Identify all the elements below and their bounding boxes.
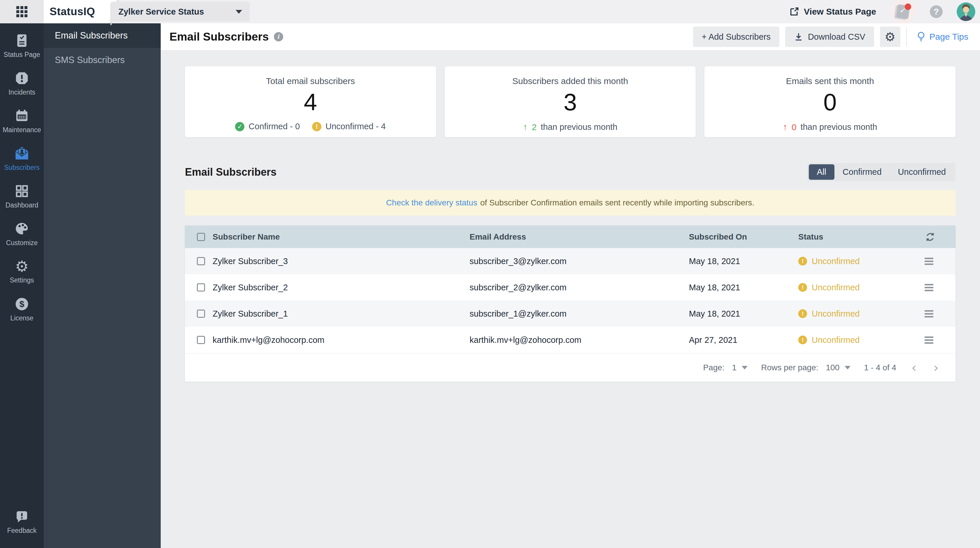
sidebar-item-label: Incidents bbox=[8, 88, 35, 96]
view-status-page-link[interactable]: View Status Page bbox=[789, 7, 876, 17]
delta-indicator: ↑ 0 than previous month bbox=[783, 122, 877, 132]
add-subscribers-button[interactable]: + Add Subscribers bbox=[693, 27, 780, 47]
avatar-illustration bbox=[957, 2, 975, 21]
filter-all[interactable]: All bbox=[809, 164, 834, 180]
sidebar-item-label: Dashboard bbox=[6, 201, 38, 209]
card-total-subscribers: Total email subscribers 4 ✓ Confirmed - … bbox=[185, 66, 436, 137]
sidebar-item-settings[interactable]: ⚙ Settings bbox=[0, 253, 44, 290]
page-tips-button[interactable]: Page Tips bbox=[913, 32, 972, 42]
sidebar-item-label: Feedback bbox=[7, 527, 37, 535]
section-title: Email Subscribers bbox=[185, 166, 277, 178]
rows-per-page-group: Rows per page: 100 bbox=[761, 363, 851, 372]
sidebar-item-subscribers[interactable]: Subscribers bbox=[0, 140, 44, 177]
card-value: 4 bbox=[185, 90, 436, 114]
settings-button[interactable]: ⚙ bbox=[880, 27, 900, 47]
rows-per-page-select[interactable]: 100 bbox=[826, 363, 851, 372]
subscriber-name: Zylker Subscriber_3 bbox=[213, 256, 288, 266]
row-menu-button[interactable] bbox=[924, 310, 933, 317]
subnav-item-email-subscribers[interactable]: Email Subscribers bbox=[44, 23, 161, 48]
previous-page-button[interactable]: ‹ bbox=[910, 361, 918, 374]
sidebar-item-maintenance[interactable]: Maintenance bbox=[0, 102, 44, 140]
sidebar-item-status-page[interactable]: Status Page bbox=[0, 27, 44, 64]
arrow-up-icon: ↑ bbox=[783, 122, 788, 132]
status-filter: All Confirmed Unconfirmed bbox=[807, 163, 956, 181]
filter-confirmed[interactable]: Confirmed bbox=[834, 164, 890, 180]
filter-unconfirmed[interactable]: Unconfirmed bbox=[890, 164, 954, 180]
warning-circle-icon: ! bbox=[798, 309, 807, 318]
rows-per-page-value: 100 bbox=[826, 363, 840, 372]
sidebar-item-customize[interactable]: Customize bbox=[0, 215, 44, 253]
card-subscribers-added: Subscribers added this month 3 ↑ 2 than … bbox=[445, 66, 696, 137]
delta-suffix: than previous month bbox=[541, 122, 617, 132]
settings-icon: ⚙ bbox=[15, 259, 29, 274]
card-footer: ✓ Confirmed - 0 ! Unconfirmed - 4 bbox=[185, 122, 436, 131]
banner-text: of Subscriber Confirmation emails sent r… bbox=[480, 198, 754, 207]
page-title: Email Subscribers bbox=[169, 30, 269, 43]
brand-segment: StatusIQ bbox=[44, 0, 116, 23]
delta-indicator: ↑ 2 than previous month bbox=[523, 122, 617, 132]
download-icon bbox=[794, 32, 803, 41]
card-title: Subscribers added this month bbox=[445, 76, 696, 86]
refresh-icon bbox=[924, 231, 935, 242]
subscribed-on: Apr 27, 2021 bbox=[689, 335, 737, 345]
sidebar-item-label: Customize bbox=[6, 239, 38, 247]
row-checkbox[interactable] bbox=[197, 284, 205, 292]
unconfirmed-label: Unconfirmed - 4 bbox=[326, 122, 386, 131]
check-delivery-status-link[interactable]: Check the delivery status bbox=[386, 198, 477, 207]
subscriber-email: subscriber_3@zylker.com bbox=[469, 256, 566, 266]
row-checkbox[interactable] bbox=[197, 257, 205, 265]
table-header-row: Subscriber Name Email Address Subscribed… bbox=[185, 226, 956, 248]
license-icon: $ bbox=[14, 296, 30, 312]
page-tips-label: Page Tips bbox=[929, 32, 968, 42]
svg-text:$: $ bbox=[19, 299, 24, 309]
header-divider bbox=[906, 27, 907, 46]
card-footer: ↑ 2 than previous month bbox=[445, 122, 696, 132]
sidebar-item-dashboard[interactable]: Dashboard bbox=[0, 177, 44, 215]
stat-cards: Total email subscribers 4 ✓ Confirmed - … bbox=[185, 66, 956, 137]
subscribers-icon bbox=[13, 146, 30, 161]
status-page-icon bbox=[14, 33, 30, 48]
apps-menu-button[interactable] bbox=[0, 0, 44, 23]
delta-value: 2 bbox=[532, 122, 537, 132]
bulb-icon bbox=[917, 32, 926, 42]
unconfirmed-count: ! Unconfirmed - 4 bbox=[312, 122, 386, 131]
row-checkbox[interactable] bbox=[197, 336, 205, 344]
dashboard-icon bbox=[14, 183, 30, 199]
chevron-down-icon bbox=[845, 366, 851, 370]
notifications-button[interactable] bbox=[890, 0, 916, 23]
row-menu-button[interactable] bbox=[924, 284, 933, 291]
sidebar-item-incidents[interactable]: Incidents bbox=[0, 64, 44, 102]
sidebar-item-feedback[interactable]: Feedback bbox=[0, 503, 44, 540]
gear-icon: ⚙ bbox=[885, 30, 896, 44]
status-badge: ! Unconfirmed bbox=[798, 283, 859, 292]
sidebar-item-license[interactable]: $ License bbox=[0, 290, 44, 328]
info-icon[interactable]: i bbox=[274, 32, 283, 41]
subscriber-email: karthik.mv+lg@zohocorp.com bbox=[469, 335, 581, 345]
refresh-button[interactable] bbox=[924, 231, 935, 242]
sidebar-item-label: Status Page bbox=[3, 51, 40, 59]
main-area: Email Subscribers i + Add Subscribers Do… bbox=[161, 23, 980, 548]
download-csv-label: Download CSV bbox=[808, 32, 865, 42]
help-button[interactable]: ? bbox=[930, 5, 943, 18]
arrow-up-icon: ↑ bbox=[523, 122, 528, 132]
row-checkbox[interactable] bbox=[197, 310, 205, 318]
card-emails-sent: Emails sent this month 0 ↑ 0 than previo… bbox=[705, 66, 956, 137]
row-menu-button[interactable] bbox=[924, 258, 933, 265]
subnav-item-sms-subscribers[interactable]: SMS Subscribers bbox=[44, 48, 161, 72]
select-all-checkbox[interactable] bbox=[197, 233, 205, 241]
row-menu-button[interactable] bbox=[924, 336, 933, 344]
status-page-selector[interactable]: Zylker Service Status bbox=[110, 2, 250, 22]
column-email-address: Email Address bbox=[469, 232, 526, 242]
subscribed-on: May 18, 2021 bbox=[689, 309, 740, 319]
user-avatar[interactable] bbox=[957, 2, 975, 21]
next-page-button[interactable]: › bbox=[932, 361, 940, 374]
status-badge: ! Unconfirmed bbox=[798, 256, 859, 266]
card-footer: ↑ 0 than previous month bbox=[705, 122, 956, 132]
chevron-down-icon bbox=[742, 366, 748, 370]
card-value: 3 bbox=[445, 90, 696, 114]
pagination-range: 1 - 4 of 4 bbox=[864, 363, 896, 372]
page-select[interactable]: 1 bbox=[732, 363, 748, 372]
warning-circle-icon: ! bbox=[312, 122, 321, 131]
download-csv-button[interactable]: Download CSV bbox=[785, 27, 874, 47]
status-label: Unconfirmed bbox=[812, 309, 859, 319]
